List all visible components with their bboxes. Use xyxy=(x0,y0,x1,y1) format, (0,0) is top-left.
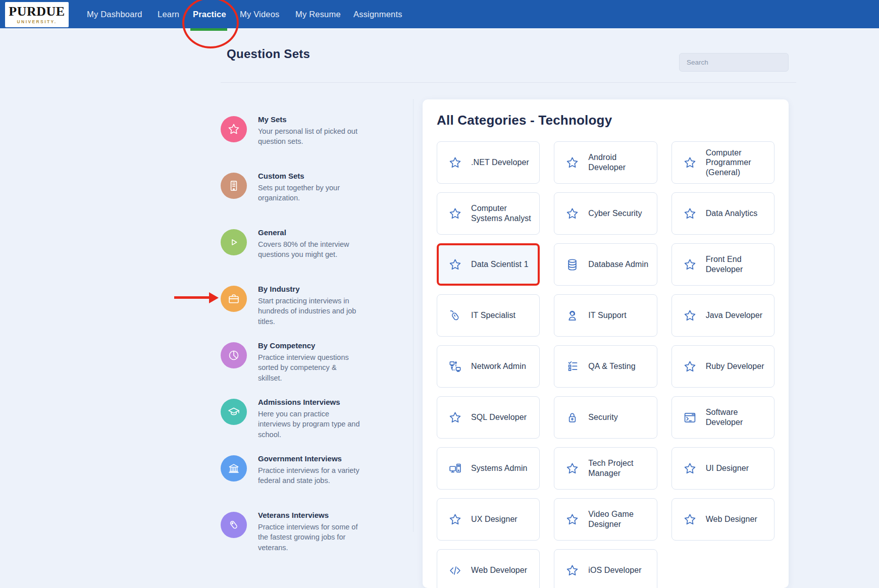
purdue-logo[interactable]: PURDUE UNIVERSITY. xyxy=(5,2,69,27)
category-card-tech-project-manager[interactable]: Tech Project Manager xyxy=(554,447,657,490)
sidebar-item-general[interactable]: GeneralCovers 80% of the interview quest… xyxy=(221,228,400,285)
category-card-qa-testing[interactable]: QA & Testing xyxy=(554,345,657,388)
category-card-ui-designer[interactable]: UI Designer xyxy=(671,447,774,490)
category-label: Android Developer xyxy=(588,152,626,172)
star-icon xyxy=(683,360,697,373)
terminal-icon xyxy=(683,411,697,424)
sidebar-item-my-sets[interactable]: My SetsYour personal list of picked out … xyxy=(221,115,400,172)
sidebar-item-description: Start practicing interviews in hundreds … xyxy=(258,296,385,327)
sidebar-item-description: Practice interviews for a variety federa… xyxy=(258,465,385,486)
star-icon xyxy=(448,411,462,424)
star-icon xyxy=(565,462,579,475)
category-card-ruby-developer[interactable]: Ruby Developer xyxy=(671,345,774,388)
category-card-java-developer[interactable]: Java Developer xyxy=(671,294,774,337)
sidebar-item-by-competency[interactable]: By CompetencyPractice interview question… xyxy=(221,341,400,398)
sidebar-item-text: Admissions InterviewsHere you can practi… xyxy=(258,398,385,440)
star-icon xyxy=(565,207,579,221)
star-icon xyxy=(448,156,462,170)
sidebar-item-custom-sets[interactable]: Custom SetsSets put together by your org… xyxy=(221,172,400,228)
search-input[interactable] xyxy=(679,53,789,72)
sidebar-item-text: By CompetencyPractice interview question… xyxy=(258,341,385,383)
headset-person-icon xyxy=(565,309,579,323)
star-icon xyxy=(683,513,697,526)
page-title: Question Sets xyxy=(227,47,310,61)
briefcase-icon xyxy=(221,286,247,312)
category-card-android-developer[interactable]: Android Developer xyxy=(554,141,657,184)
sidebar-item-admissions-interviews[interactable]: Admissions InterviewsHere you can practi… xyxy=(221,398,400,454)
category-card-computer-systems-analyst[interactable]: Computer Systems Analyst xyxy=(437,192,540,235)
sidebar-item-text: By IndustryStart practicing interviews i… xyxy=(258,285,385,327)
category-card-sql-developer[interactable]: SQL Developer xyxy=(437,396,540,439)
sidebar-item-government-interviews[interactable]: Government InterviewsPractice interviews… xyxy=(221,454,400,511)
category-label: Java Developer xyxy=(706,310,763,320)
category-label: UX Designer xyxy=(471,514,518,524)
star-icon xyxy=(565,513,579,526)
active-tab-indicator xyxy=(190,28,227,31)
star-icon xyxy=(448,258,462,272)
category-label: IT Support xyxy=(588,310,626,320)
sidebar-item-title: Government Interviews xyxy=(258,454,385,463)
nav-item-my-resume[interactable]: My Resume xyxy=(295,0,341,28)
category-label: UI Designer xyxy=(706,463,749,473)
nav-item-assignments[interactable]: Assignments xyxy=(353,0,402,28)
category-card-computer-programmer-general[interactable]: Computer Programmer (General) xyxy=(671,141,774,184)
category-card-cyber-security[interactable]: Cyber Security xyxy=(554,192,657,235)
nav-item-learn[interactable]: Learn xyxy=(158,0,179,28)
category-label: Database Admin xyxy=(588,259,648,270)
category-card-it-specialist[interactable]: IT Specialist xyxy=(437,294,540,337)
sidebar-item-description: Your personal list of picked out questio… xyxy=(258,126,385,147)
sidebar-item-title: By Industry xyxy=(258,285,385,293)
logo-wordmark: PURDUE xyxy=(9,5,65,18)
category-card-web-designer[interactable]: Web Designer xyxy=(671,498,774,541)
checklist-icon xyxy=(565,360,579,373)
nav-item-my-dashboard[interactable]: My Dashboard xyxy=(87,0,142,28)
sidebar-item-description: Practice interview questions sorted by c… xyxy=(258,352,385,383)
mouse-icon xyxy=(448,309,462,323)
category-card-video-game-designer[interactable]: Video Game Designer xyxy=(554,498,657,541)
category-label: Computer Systems Analyst xyxy=(471,203,531,223)
category-card-database-admin[interactable]: Database Admin xyxy=(554,243,657,286)
grad-cap-icon xyxy=(221,399,247,425)
category-label: Systems Admin xyxy=(471,463,528,473)
panel-title: All Categories - Technology xyxy=(437,113,774,128)
category-card-data-scientist-1[interactable]: Data Scientist 1 xyxy=(437,243,540,286)
category-label: .NET Developer xyxy=(471,157,529,168)
category-label: Security xyxy=(588,412,618,422)
category-card-net-developer[interactable]: .NET Developer xyxy=(437,141,540,184)
categories-panel: All Categories - Technology .NET Develop… xyxy=(423,99,789,588)
pie-chart-icon xyxy=(221,342,247,368)
sidebar-item-title: Veterans Interviews xyxy=(258,511,385,519)
sidebar-item-by-industry[interactable]: By IndustryStart practicing interviews i… xyxy=(221,285,400,341)
sidebar-item-description: Covers 80% of the interview questions yo… xyxy=(258,239,385,260)
star-icon xyxy=(683,309,697,323)
sidebar-item-title: By Competency xyxy=(258,341,385,350)
category-label: Front End Developer xyxy=(706,254,743,274)
category-card-network-admin[interactable]: Network Admin xyxy=(437,345,540,388)
category-card-front-end-developer[interactable]: Front End Developer xyxy=(671,243,774,286)
category-label: Tech Project Manager xyxy=(588,458,633,478)
nav-item-my-videos[interactable]: My Videos xyxy=(240,0,280,28)
star-icon xyxy=(683,207,697,221)
star-icon xyxy=(448,207,462,221)
category-card-software-developer[interactable]: Software Developer xyxy=(671,396,774,439)
category-card-security[interactable]: Security xyxy=(554,396,657,439)
building-icon xyxy=(221,173,247,199)
sidebar: My SetsYour personal list of picked out … xyxy=(221,115,400,567)
sidebar-item-veterans-interviews[interactable]: Veterans InterviewsPractice interviews f… xyxy=(221,511,400,567)
category-card-ux-designer[interactable]: UX Designer xyxy=(437,498,540,541)
sidebar-item-title: My Sets xyxy=(258,115,385,124)
category-card-it-support[interactable]: IT Support xyxy=(554,294,657,337)
category-label: Cyber Security xyxy=(588,208,642,219)
category-card-systems-admin[interactable]: Systems Admin xyxy=(437,447,540,490)
network-icon xyxy=(448,360,462,373)
category-card-data-analytics[interactable]: Data Analytics xyxy=(671,192,774,235)
category-card-ios-developer[interactable]: iOS Developer xyxy=(554,549,657,588)
sidebar-item-title: Custom Sets xyxy=(258,172,385,180)
star-icon xyxy=(683,462,697,475)
category-grid: .NET DeveloperAndroid DeveloperComputer … xyxy=(437,141,774,588)
nav-item-practice[interactable]: Practice xyxy=(193,0,226,28)
star-icon xyxy=(565,156,579,170)
category-card-web-developer[interactable]: Web Developer xyxy=(437,549,540,588)
category-label: QA & Testing xyxy=(588,361,635,371)
play-icon xyxy=(221,229,247,255)
